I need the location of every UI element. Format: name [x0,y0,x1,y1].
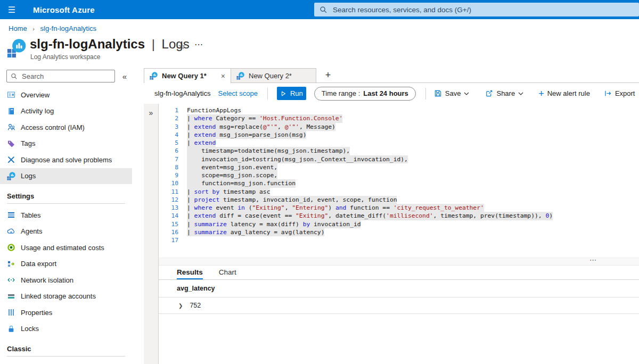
code-line: 3| extend msg=replace(@"'", @'"', Messag… [159,123,639,131]
code-text: | where event in ("Exiting", "Entering")… [187,204,484,212]
properties-icon [7,308,15,317]
search-icon [320,6,327,14]
sidebar-item-label: Tables [21,211,41,219]
code-text: scope=msg_json.scope, [187,171,277,179]
result-row[interactable]: ❯752 [159,297,639,314]
tab-chart[interactable]: Chart [219,268,236,279]
line-number: 3 [159,123,178,131]
sidebar-search-row: « [0,68,132,87]
sidebar-item-legacy-agents-management[interactable]: Legacy agents management [0,360,132,364]
code-text: | extend diff = case(event == "Exiting",… [187,212,553,220]
activity-log-icon [7,107,15,115]
sidebar-search[interactable] [6,70,115,82]
divider [425,88,426,100]
expand-row-icon[interactable]: ❯ [178,303,183,309]
sidebar-item-linked-storage-accounts[interactable]: Linked storage accounts [0,288,132,305]
query-tabstrip: New Query 1* × New Query 2* + [144,68,639,83]
resource-name: slg-fn-logAnalytics [30,37,145,51]
chevron-down-icon [518,92,523,95]
tag-icon [7,139,15,148]
more-options-icon[interactable]: ⋯ [194,39,203,49]
sidebar-item-label: Access control (IAM) [21,123,85,131]
sidebar-item-agents[interactable]: Agents [0,224,132,240]
column-header[interactable]: avg_latency [177,285,215,292]
global-search[interactable] [314,3,639,16]
sidebar-item-properties[interactable]: Properties [0,304,132,321]
sidebar-item-label: Network isolation [21,276,73,284]
sidebar-item-network-isolation[interactable]: Network isolation [0,272,132,288]
sidebar-item-activity-log[interactable]: Activity log [0,103,132,120]
logs-blade: New Query 1* × New Query 2* + slg-fn-log… [144,68,639,364]
code-line: 9 scope=msg_json.scope, [159,171,639,179]
line-number: 5 [159,139,178,147]
sidebar-item-usage-and-estimated-costs[interactable]: Usage and estimated costs [0,239,132,256]
code-text: | extend msg=replace(@"'", @'"', Message… [187,123,335,131]
sidebar-item-label: Locks [21,325,39,333]
diagnose-icon [7,155,15,164]
select-scope-link[interactable]: Select scope [218,89,258,97]
tab-results[interactable]: Results [177,268,203,279]
sidebar-item-tables[interactable]: Tables [0,207,132,224]
collapse-sidebar-icon[interactable]: « [122,72,127,81]
sidebar-item-diagnose-and-solve-problems[interactable]: Diagnose and solve problems [0,152,132,168]
export-button[interactable]: Export [599,89,639,97]
play-icon [280,90,286,97]
splitter-handle[interactable]: ⋯ [589,256,597,264]
code-text: event=msg_json.event, [187,163,277,171]
group-divider [7,203,125,204]
expand-pane-icon[interactable]: » [149,109,153,117]
usage-icon [7,243,15,252]
close-tab-icon[interactable]: × [221,72,225,80]
sidebar-item-label: Data export [21,260,56,268]
breadcrumb-current[interactable]: slg-fn-logAnalytics [40,24,97,32]
code-text: | summarize latency = max(diff) by invoc… [187,220,361,228]
share-button[interactable]: Share [480,89,528,97]
time-range-label: Time range : [322,89,361,97]
code-line: 11| sort by timestamp asc [159,188,639,196]
code-line: 5| extend [159,139,639,147]
global-search-input[interactable] [332,5,611,14]
tab-label: New Query 1* [162,72,207,80]
line-number: 1 [159,106,178,114]
code-line: 7 invocation_id=tostring(msg_json._Conte… [159,155,639,163]
code-line: 13| where event in ("Exiting", "Entering… [159,204,639,212]
line-number: 4 [159,131,178,139]
sidebar-item-overview[interactable]: Overview [0,87,132,103]
tab-new-query-2[interactable]: New Query 2* [231,68,316,82]
code-line: 4| extend msg_json=parse_json(msg) [159,131,639,139]
sidebar-item-access-control-iam[interactable]: Access control (IAM) [0,119,132,136]
save-button[interactable]: Save [429,89,474,97]
sidebar-item-data-export[interactable]: Data export [0,256,132,272]
line-number: 11 [159,188,178,196]
hamburger-menu-icon[interactable]: ☰ [0,5,23,15]
agents-icon [7,227,15,236]
sidebar-item-locks[interactable]: Locks [0,321,132,337]
resource-menu: « OverviewActivity logAccess control (IA… [0,68,132,364]
log-analytics-icon [236,72,244,80]
sidebar-item-label: Linked storage accounts [21,292,96,300]
breadcrumb-home[interactable]: Home [9,24,27,32]
tab-label: New Query 2* [249,72,292,80]
sidebar-item-tags[interactable]: Tags [0,136,132,152]
run-button[interactable]: Run [277,87,306,100]
app-title: Microsoft Azure [33,5,95,14]
sidebar-item-label: Overview [21,91,50,99]
code-text: FunctionAppLogs [187,106,241,114]
sidebar-item-logs[interactable]: Logs [0,168,132,185]
sidebar-search-input[interactable] [21,72,97,81]
query-editor[interactable]: 1FunctionAppLogs2| where Category == 'Ho… [159,104,639,260]
azure-portal: ☰ Microsoft Azure Home › slg-fn-logAnaly… [0,0,639,364]
favorite-star-icon[interactable]: ☆ [178,41,185,51]
top-bar: ☰ Microsoft Azure [0,0,639,19]
new-alert-rule-button[interactable]: + New alert rule [534,89,595,98]
code-text: | where Category == 'Host.Function.Conso… [187,114,342,122]
time-range-picker[interactable]: Time range : Last 24 hours [314,87,416,101]
new-tab-button[interactable]: + [320,68,337,82]
line-number: 17 [159,236,178,244]
line-number: 12 [159,196,178,204]
tab-new-query-1[interactable]: New Query 1* × [144,68,231,83]
log-analytics-icon [150,72,158,80]
line-number: 2 [159,114,178,122]
overview-icon [7,90,15,99]
resource-type-label: Log Analytics workspace [30,53,100,61]
